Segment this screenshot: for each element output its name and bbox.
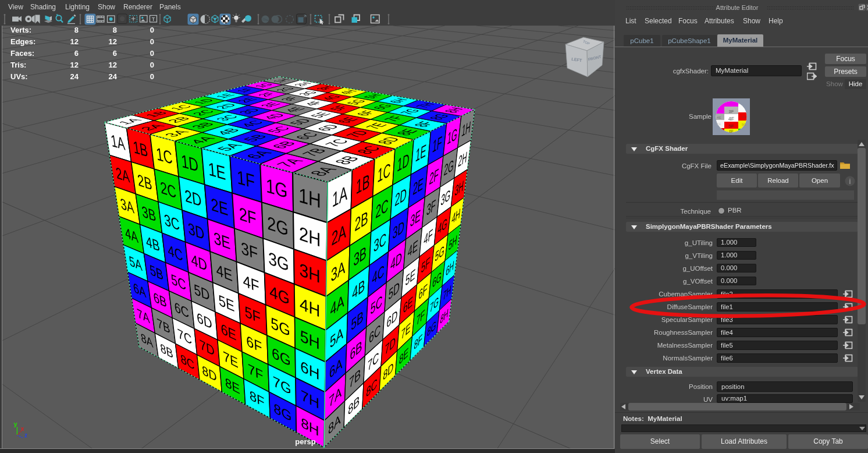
svg-text:3F: 3F: [729, 109, 734, 114]
svg-text:persp: persp: [295, 437, 315, 446]
svg-text:12: 12: [109, 37, 117, 46]
svg-text:Verts:: Verts:: [10, 26, 31, 34]
svg-text:0: 0: [150, 37, 154, 46]
svg-text:8: 8: [113, 26, 117, 34]
svg-text:UVs:: UVs:: [10, 72, 28, 81]
svg-text:z: z: [24, 432, 27, 438]
svg-text:y: y: [13, 420, 17, 427]
svg-text:8: 8: [74, 26, 79, 34]
svg-text:12: 12: [70, 37, 79, 46]
svg-text:4F: 4F: [728, 116, 734, 122]
svg-text:6F: 6F: [729, 129, 734, 133]
svg-text:5E: 5E: [717, 122, 721, 126]
svg-text:4E: 4E: [717, 116, 721, 119]
svg-text:12: 12: [109, 61, 117, 69]
svg-text:0: 0: [150, 26, 154, 34]
svg-text:6: 6: [113, 49, 117, 58]
svg-text:0: 0: [150, 61, 154, 69]
svg-text:0: 0: [150, 72, 154, 81]
svg-text:Tris:: Tris:: [10, 61, 26, 69]
svg-text:5F: 5F: [728, 123, 734, 129]
svg-text:4G: 4G: [742, 115, 746, 119]
svg-text:x: x: [21, 426, 24, 432]
svg-text:6: 6: [74, 49, 79, 58]
svg-text:24: 24: [70, 72, 79, 81]
svg-text:12: 12: [70, 61, 79, 69]
svg-text:Edges:: Edges:: [10, 37, 35, 46]
svg-text:5G: 5G: [742, 123, 746, 126]
svg-text:24: 24: [109, 72, 118, 81]
svg-text:i: i: [849, 178, 851, 186]
svg-text:Faces:: Faces:: [10, 49, 34, 58]
svg-text:0: 0: [150, 49, 154, 58]
